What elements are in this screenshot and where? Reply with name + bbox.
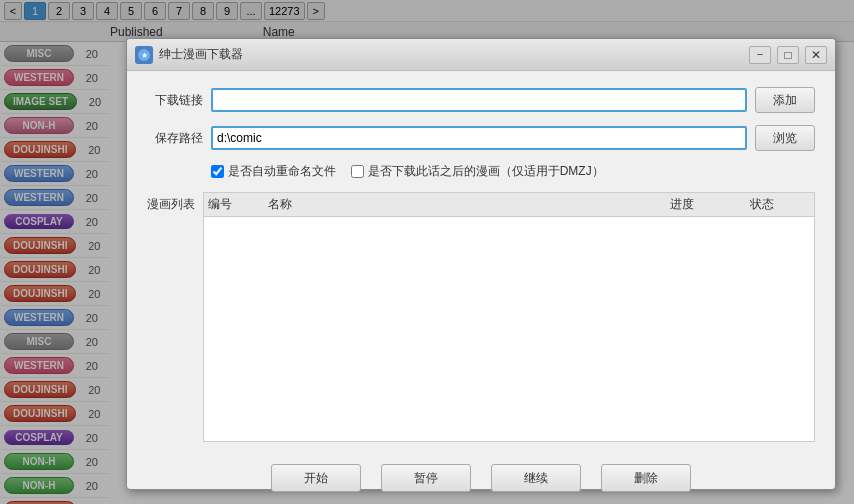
comic-table: 编号 名称 进度 状态 bbox=[203, 192, 815, 442]
comic-table-body bbox=[204, 217, 814, 439]
comic-list-section: 漫画列表 编号 名称 进度 状态 bbox=[147, 192, 815, 442]
continue-button[interactable]: 继续 bbox=[491, 464, 581, 492]
save-path-input[interactable] bbox=[211, 126, 747, 150]
download-link-label: 下载链接 bbox=[147, 92, 203, 109]
download-subsequent-label: 是否下载此话之后的漫画（仅适用于DMZJ） bbox=[368, 163, 604, 180]
col-status-header: 状态 bbox=[750, 196, 810, 213]
col-num-header: 编号 bbox=[208, 196, 268, 213]
col-progress-header: 进度 bbox=[670, 196, 750, 213]
add-button[interactable]: 添加 bbox=[755, 87, 815, 113]
modal-body: 下载链接 添加 保存路径 浏览 是否自动重命名文件 是否下载此话之后的漫画（仅适… bbox=[127, 71, 835, 504]
save-path-label: 保存路径 bbox=[147, 130, 203, 147]
modal-footer: 开始 暂停 继续 删除 bbox=[147, 454, 815, 492]
checkbox-row: 是否自动重命名文件 是否下载此话之后的漫画（仅适用于DMZJ） bbox=[147, 163, 815, 180]
auto-rename-checkbox[interactable] bbox=[211, 165, 224, 178]
download-link-row: 下载链接 添加 bbox=[147, 87, 815, 113]
save-path-row: 保存路径 浏览 bbox=[147, 125, 815, 151]
modal-titlebar: ★ 绅士漫画下载器 － □ ✕ bbox=[127, 39, 835, 71]
pause-button[interactable]: 暂停 bbox=[381, 464, 471, 492]
modal-window: ★ 绅士漫画下载器 － □ ✕ 下载链接 添加 保存路径 浏览 是否自动重命名文… bbox=[126, 38, 836, 490]
auto-rename-label: 是否自动重命名文件 bbox=[228, 163, 336, 180]
minimize-button[interactable]: － bbox=[749, 46, 771, 64]
download-link-input[interactable] bbox=[211, 88, 747, 112]
restore-button[interactable]: □ bbox=[777, 46, 799, 64]
download-subsequent-checkbox[interactable] bbox=[351, 165, 364, 178]
col-name-header: 名称 bbox=[268, 196, 670, 213]
start-button[interactable]: 开始 bbox=[271, 464, 361, 492]
modal-title: 绅士漫画下载器 bbox=[159, 46, 743, 63]
browse-button[interactable]: 浏览 bbox=[755, 125, 815, 151]
svg-text:★: ★ bbox=[141, 51, 148, 60]
comic-table-header: 编号 名称 进度 状态 bbox=[204, 193, 814, 217]
delete-button[interactable]: 删除 bbox=[601, 464, 691, 492]
comic-list-label: 漫画列表 bbox=[147, 192, 195, 213]
modal-app-icon: ★ bbox=[135, 46, 153, 64]
close-button[interactable]: ✕ bbox=[805, 46, 827, 64]
